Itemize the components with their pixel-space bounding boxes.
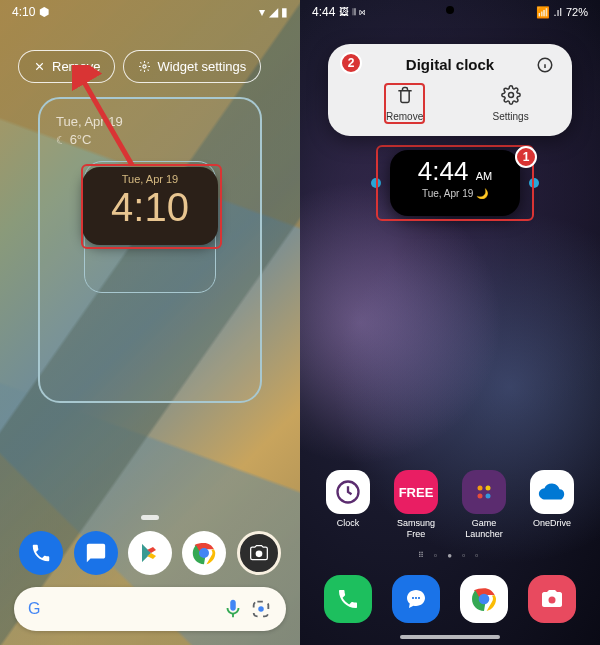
status-signal-icons: 📶 .ıl	[536, 6, 562, 19]
page-indicator	[141, 515, 159, 520]
messages-app[interactable]	[74, 531, 118, 575]
mic-icon[interactable]	[222, 598, 244, 620]
game-launcher-app[interactable]: Game Launcher	[455, 470, 513, 540]
free-icon: FREE	[394, 470, 438, 514]
phone-icon	[336, 587, 360, 611]
status-battery: 72%	[566, 6, 588, 18]
messages-icon	[85, 542, 107, 564]
play-icon	[138, 541, 162, 565]
context-title: Digital clock	[406, 56, 494, 73]
settings-label: Widget settings	[157, 59, 246, 74]
google-search-bar[interactable]: G	[14, 587, 286, 631]
settings-label: Settings	[465, 111, 556, 122]
trash-icon	[395, 85, 415, 105]
remove-label: Remove	[386, 111, 423, 122]
game-icon	[472, 480, 496, 504]
dock	[0, 531, 300, 575]
pixel-home-screen: 4:10 ⬢ ▾ ◢ ▮ Remove Widget settings Tue,…	[0, 0, 300, 645]
moon-icon: ☾	[56, 134, 66, 146]
chrome-app[interactable]	[460, 575, 508, 623]
svg-point-6	[255, 551, 262, 558]
remove-widget-button[interactable]: Remove	[344, 81, 465, 126]
gesture-nav-bar[interactable]	[400, 635, 500, 639]
svg-point-12	[478, 486, 483, 491]
widget-settings-button[interactable]: Settings	[465, 81, 556, 126]
camera-app[interactable]	[528, 575, 576, 623]
phone-icon	[30, 542, 52, 564]
camera-icon	[540, 587, 564, 611]
chrome-icon	[189, 538, 219, 568]
dock	[300, 575, 600, 623]
svg-point-14	[478, 494, 483, 499]
status-icons-right: ▾ ◢ ▮	[259, 5, 288, 19]
punch-hole-camera	[446, 6, 454, 14]
chrome-icon	[468, 583, 500, 615]
widget-settings-button[interactable]: Widget settings	[123, 50, 261, 83]
status-bar: 4:10 ⬢ ▾ ◢ ▮	[0, 0, 300, 24]
app-label: Game Launcher	[455, 518, 513, 540]
chrome-app[interactable]	[182, 531, 226, 575]
messages-icon	[404, 587, 428, 611]
svg-point-7	[258, 606, 264, 612]
weather-date: Tue, Apr 19	[56, 113, 123, 131]
phone-app[interactable]	[324, 575, 372, 623]
remove-button[interactable]: Remove	[18, 50, 115, 83]
svg-point-10	[508, 93, 513, 98]
gear-icon	[138, 60, 151, 73]
cloud-icon	[537, 482, 567, 502]
clock-app[interactable]: Clock	[319, 470, 377, 540]
onedrive-app[interactable]: OneDrive	[523, 470, 581, 540]
digital-clock-widget[interactable]: Tue, Apr 19 4:10	[82, 167, 218, 245]
messages-app[interactable]	[392, 575, 440, 623]
remove-label: Remove	[52, 59, 100, 74]
status-notification-icons: 🖼 ⫴ ⋈	[339, 6, 365, 18]
at-a-glance: Tue, Apr 19 ☾ 6°C	[56, 113, 123, 149]
svg-point-13	[486, 486, 491, 491]
svg-point-17	[479, 594, 490, 605]
widget-context-menu: Digital clock Remove Settings	[328, 44, 572, 136]
status-icon-left: ⬢	[39, 5, 49, 19]
samsung-free-app[interactable]: FREE Samsung Free	[387, 470, 445, 540]
svg-point-18	[549, 597, 556, 604]
widget-edit-toolbar: Remove Widget settings	[18, 50, 282, 83]
annotation-badge-2: 2	[340, 52, 362, 74]
widget-drop-zone[interactable]: Tue, Apr 19 ☾ 6°C	[38, 97, 262, 403]
phone-app[interactable]	[19, 531, 63, 575]
svg-point-0	[143, 65, 146, 68]
page-indicator[interactable]: ⠿ ▫ ● ▫ ▫	[300, 551, 600, 560]
play-store-app[interactable]	[128, 531, 172, 575]
camera-app[interactable]	[237, 531, 281, 575]
weather-temp: 6°C	[70, 132, 92, 147]
svg-point-15	[486, 494, 491, 499]
app-label: Samsung Free	[387, 518, 445, 540]
app-label: OneDrive	[523, 518, 581, 529]
digital-clock-widget[interactable]: 4:44 AM Tue, Apr 19 🌙	[376, 145, 534, 221]
samsung-home-screen: 4:44 🖼 ⫴ ⋈ 📶 .ıl 72% Digital clock Remov…	[300, 0, 600, 645]
app-label: Clock	[319, 518, 377, 529]
lens-icon[interactable]	[250, 598, 272, 620]
app-row: Clock FREE Samsung Free Game Launcher On…	[300, 470, 600, 540]
google-logo-icon: G	[28, 600, 40, 618]
annotation-badge-1: 1	[515, 146, 537, 168]
info-icon[interactable]	[536, 56, 554, 74]
widget-time: 4:10	[82, 185, 218, 229]
annotation-highlight-box	[376, 145, 534, 221]
close-icon	[33, 60, 46, 73]
status-time: 4:44	[312, 5, 335, 19]
camera-icon	[249, 543, 269, 563]
clock-icon	[334, 478, 362, 506]
gear-icon	[501, 85, 521, 105]
status-time: 4:10	[12, 5, 35, 19]
widget-date: Tue, Apr 19	[82, 173, 218, 185]
